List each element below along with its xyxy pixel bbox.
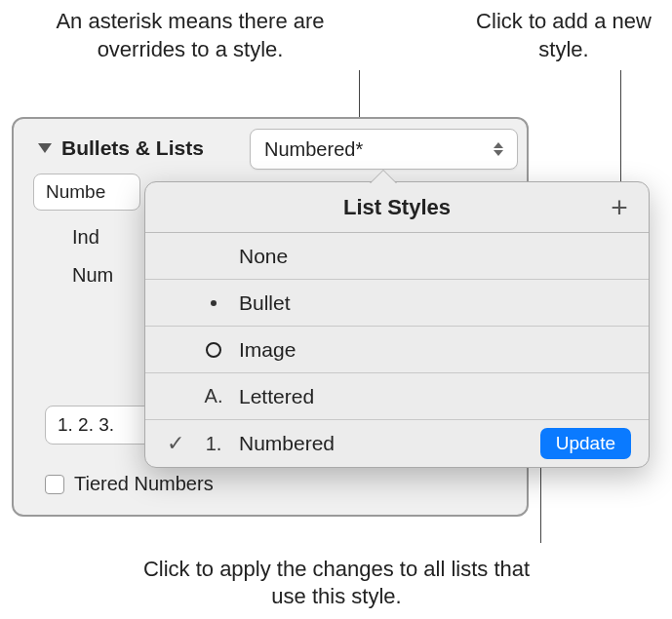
bullet-marker-icon: [200, 300, 227, 306]
leader-line: [620, 70, 621, 194]
list-style-item-image[interactable]: Image: [145, 327, 649, 373]
callout-update: Click to apply the changes to all lists …: [132, 556, 541, 611]
numbered-marker-icon: 1.: [200, 433, 227, 455]
lettered-marker-icon: A.: [200, 385, 227, 407]
list-styles-popover: List Styles + None Bullet Image A. Lette…: [144, 181, 650, 468]
add-style-button[interactable]: +: [604, 192, 635, 223]
tiered-numbers-checkbox[interactable]: [45, 475, 64, 494]
image-marker-icon: [200, 342, 227, 358]
item-label: Image: [239, 338, 631, 362]
callout-add-style: Click to add a new style.: [461, 8, 666, 63]
number-format-dropdown[interactable]: 1. 2. 3.: [45, 406, 152, 445]
selection-checkmark-icon: ✓: [163, 431, 188, 456]
update-style-button[interactable]: Update: [540, 428, 631, 459]
list-style-item-none[interactable]: None: [145, 233, 649, 280]
list-type-field[interactable]: Numbe: [33, 174, 140, 211]
updown-chevron-icon: [494, 142, 503, 156]
list-style-item-numbered[interactable]: ✓ 1. Numbered Update: [145, 420, 649, 467]
item-label: Lettered: [239, 385, 631, 408]
popover-title: List Styles: [343, 195, 451, 220]
section-title: Bullets & Lists: [61, 136, 204, 160]
popover-header: List Styles +: [145, 182, 649, 233]
item-label: Numbered: [239, 432, 529, 455]
list-style-item-bullet[interactable]: Bullet: [145, 280, 649, 327]
dropdown-value: Numbered*: [264, 138, 494, 161]
callout-asterisk: An asterisk means there are overrides to…: [34, 8, 346, 63]
disclosure-triangle-icon[interactable]: [38, 143, 52, 153]
leader-line: [540, 465, 541, 543]
item-label: None: [239, 245, 631, 268]
list-style-dropdown[interactable]: Numbered*: [250, 129, 518, 170]
tiered-numbers-row[interactable]: Tiered Numbers: [45, 473, 214, 495]
list-style-item-lettered[interactable]: A. Lettered: [145, 373, 649, 420]
item-label: Bullet: [239, 291, 631, 315]
tiered-numbers-label: Tiered Numbers: [74, 473, 214, 495]
